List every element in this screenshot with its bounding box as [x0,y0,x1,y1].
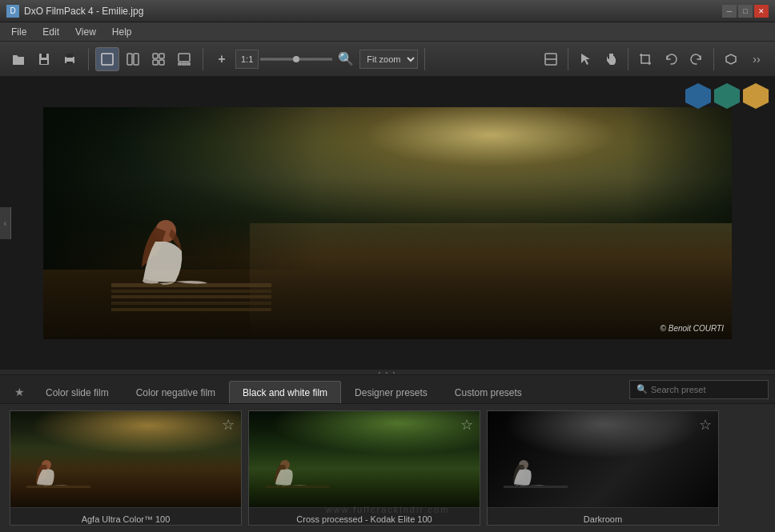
svg-rect-13 [179,54,190,62]
separator-2 [203,48,203,70]
separator-3 [424,48,425,70]
menu-edit[interactable]: Edit [34,25,67,39]
svg-rect-27 [265,486,329,488]
select-tool[interactable] [573,47,597,71]
print-button[interactable] [58,47,82,71]
preset-label-cross: Cross processed - Kodak Elite 100 [249,507,480,526]
collapse-left[interactable]: ‹ [0,207,11,239]
main-photo: © Benoit COURTI [43,107,732,339]
title-bar: D DxO FilmPack 4 - Emilie.jpg ─ □ ✕ [0,0,775,22]
toolbar: + 1:1 🔍 Fit zoom [0,42,775,77]
search-icon: 🔍 [636,384,648,394]
svg-rect-7 [127,54,132,65]
separator-4 [568,48,568,70]
search-preset-container: 🔍 [629,380,769,399]
menu-bar: File Edit View Help [0,22,775,42]
image-viewer[interactable]: ‹ [0,77,775,370]
svg-rect-9 [153,54,158,58]
svg-rect-29 [504,486,568,488]
tab-color-negative[interactable]: Color negative film [122,381,229,403]
tab-black-white[interactable]: Black and white film [229,381,341,403]
hex-teal[interactable] [714,83,740,109]
preset-star-cross[interactable]: ☆ [460,416,473,434]
svg-rect-23 [111,308,271,311]
zoom-tools: + 1:1 🔍 Fit zoom [210,47,418,71]
window-title: DxO FilmPack 4 - Emilie.jpg [24,6,722,17]
separator-1 [88,48,89,70]
search-zoom-button[interactable]: 🔍 [334,47,358,71]
preset-thumbnail-cross [249,411,480,507]
compare-view-button[interactable] [147,47,171,71]
search-preset-input[interactable] [651,385,761,394]
svg-rect-1 [42,54,46,58]
tab-designer[interactable]: Designer presets [341,381,441,403]
preset-label-darkroom: Darkroom [488,507,718,526]
preset-item-agfa[interactable]: ☆ Agfa Ultra Color™ 100 [10,410,242,526]
menu-file[interactable]: File [3,25,34,39]
thumb-person-2 [265,455,329,499]
file-tools [6,47,82,71]
svg-rect-14 [179,63,181,65]
svg-rect-10 [159,54,164,58]
preset-thumbnail-darkroom [488,411,718,507]
person-in-photo [111,211,271,315]
preset-thumbnail-agfa [10,411,241,507]
tab-favorites[interactable]: ★ [6,381,32,403]
more-button[interactable]: ›› [745,47,769,71]
expand-panel-button[interactable] [719,47,743,71]
hex-blue[interactable] [685,83,711,109]
menu-help[interactable]: Help [104,25,140,39]
svg-rect-11 [153,60,158,65]
main-area: ‹ [0,77,775,532]
app-icon: D [6,5,19,18]
zoom-ratio[interactable]: 1:1 [235,50,259,69]
svg-rect-21 [111,295,271,298]
fullscreen-button[interactable] [539,47,563,71]
hex-icons [685,83,769,109]
crop-tool[interactable] [633,47,657,71]
svg-rect-2 [41,60,47,64]
svg-rect-20 [111,290,271,293]
svg-rect-19 [111,283,271,287]
save-button[interactable] [32,47,56,71]
preset-tabs: ★ Color slide film Color negative film B… [0,375,775,404]
minimize-button[interactable]: ─ [722,5,737,18]
separator-6 [713,48,714,70]
filmstrip-button[interactable] [172,47,196,71]
preset-item-darkroom[interactable]: ☆ Darkroom [487,410,719,526]
window-controls: ─ □ ✕ [722,5,769,18]
svg-rect-4 [66,54,73,58]
thumb-person-3 [504,455,568,499]
zoom-dropdown[interactable]: Fit zoom [359,50,418,69]
svg-rect-12 [159,60,164,65]
preset-label-agfa: Agfa Ultra Color™ 100 [10,507,241,526]
zoom-slider[interactable] [260,58,332,61]
close-button[interactable]: ✕ [754,5,769,18]
copyright-text: © Benoit COURTI [661,324,724,333]
maximize-button[interactable]: □ [738,5,753,18]
hand-tool[interactable] [599,47,623,71]
svg-rect-22 [111,302,271,305]
svg-rect-25 [26,486,90,488]
presets-section: ★ Color slide film Color negative film B… [0,374,775,532]
svg-rect-6 [102,54,113,65]
view-tools [95,47,196,71]
undo-button[interactable] [659,47,683,71]
redo-button[interactable] [685,47,709,71]
preset-star-agfa[interactable]: ☆ [222,416,235,434]
open-button[interactable] [6,47,30,71]
right-tools: ›› [539,47,769,71]
svg-rect-8 [134,54,139,65]
thumb-person-1 [26,455,90,499]
preset-thumbnails: ☆ Agfa Ultra Color™ 100 [0,404,775,532]
hex-orange[interactable] [743,83,769,109]
preset-item-cross[interactable]: ☆ Cross processed - Kodak Elite 100 [248,410,480,526]
tab-color-slide[interactable]: Color slide film [32,381,122,403]
single-view-button[interactable] [95,47,119,71]
preset-star-darkroom[interactable]: ☆ [699,416,712,434]
svg-rect-16 [187,63,190,65]
tab-custom[interactable]: Custom presets [441,381,536,403]
zoom-plus-button[interactable]: + [210,47,234,71]
menu-view[interactable]: View [67,25,104,39]
split-view-button[interactable] [121,47,145,71]
